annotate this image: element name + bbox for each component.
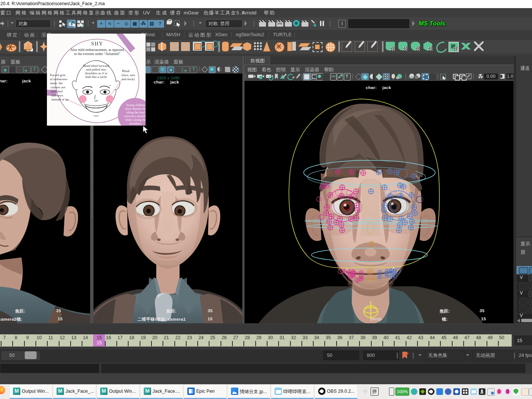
svg-text:Blush: Blush [122,69,130,73]
svg-text:Head tilted forward: Head tilted forward [83,64,109,68]
svg-text:instead of up: instead of up [51,98,69,101]
svg-text:Young children: Young children [126,103,146,107]
svg-text:SHY: SHY [91,41,103,47]
svg-text:show shyness by: show shyness by [125,107,146,110]
svg-text:and pulled into: and pulled into [86,68,106,71]
svg-text:Forced grin: Forced grin [50,73,65,77]
svg-text:shoulders.: shoulders. [129,122,142,125]
svg-text:towards a shoulde: towards a shoulde [124,114,146,118]
svg-text:while raising the: while raising the [125,118,146,122]
svg-text:stretched: stretched [51,89,63,93]
svg-text:corners are: corners are [51,85,65,89]
svg-text:to the extreme under “Ashamed”: to the extreme under “Ashamed” [74,52,120,56]
svg-text:of embarrass-: of embarrass- [50,77,68,81]
svg-text:tilting the head: tilting the head [126,110,146,114]
svg-text:shoulders as if to: shoulders as if to [85,71,108,75]
svg-text:ment: the: ment: the [50,81,63,85]
svg-text:hide like a turtle: hide like a turtle [85,75,107,79]
svg-text:(face, ears: (face, ears [122,73,135,77]
svg-text:and neck): and neck) [122,77,134,81]
svg-text:sideways: sideways [51,93,63,97]
svg-text:Also mild embarrassment, as op: Also mild embarrassment, as opposed [71,48,124,52]
